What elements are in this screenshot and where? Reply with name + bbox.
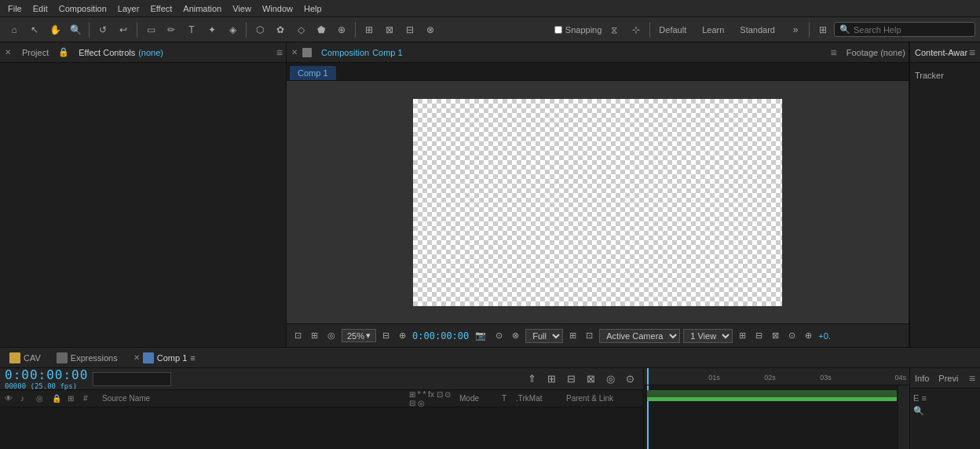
brush-tool-button[interactable]: ✿ (271, 20, 290, 39)
selection-tool-button[interactable]: ↖ (25, 20, 44, 39)
extract-button[interactable]: ⊞ (543, 371, 560, 388)
rotate-tool-button[interactable]: ↺ (93, 20, 112, 39)
br-panel-menu[interactable]: ≡ (969, 372, 975, 385)
render-queue-button[interactable]: ⊠ (582, 371, 599, 388)
panel-close-project[interactable]: ✕ (3, 48, 13, 57)
align-right-button[interactable]: ⊟ (400, 20, 419, 39)
clone-tool-button[interactable]: ✦ (203, 20, 221, 39)
menu-view[interactable]: View (228, 2, 256, 15)
shape-tool-button[interactable]: ⬡ (250, 20, 269, 39)
pen-tool-button[interactable]: ✏ (162, 20, 181, 39)
br-search-item[interactable]: 🔍 (913, 404, 977, 418)
show-snapshot-button[interactable]: ⊙ (492, 329, 506, 342)
view-options-button[interactable]: ⊞ (566, 329, 580, 342)
comp1-timeline-tab[interactable]: ✕ Comp 1 ≡ (127, 351, 202, 365)
comp-panel-menu[interactable]: ≡ (831, 46, 837, 59)
menu-animation[interactable]: Animation (178, 2, 226, 15)
region-of-interest-button[interactable]: ⊡ (291, 329, 305, 342)
snapshot-button[interactable]: 📷 (472, 329, 489, 342)
t-col: T (502, 394, 513, 403)
quality-select[interactable]: Full (525, 329, 563, 343)
project-tab[interactable]: Project (16, 46, 55, 59)
menu-file[interactable]: File (3, 2, 27, 15)
snapping-options-button[interactable]: ⧖ (605, 20, 623, 39)
cav-tab[interactable]: CAV (3, 351, 47, 365)
transparency-button[interactable]: ⊡ (583, 329, 596, 342)
comp1-tab-menu[interactable]: ≡ (190, 353, 195, 363)
menu-edit[interactable]: Edit (28, 2, 53, 15)
text-tool-button[interactable]: T (182, 20, 201, 39)
snapping-checkbox[interactable] (554, 26, 562, 34)
align-center-button[interactable]: ⊠ (380, 20, 399, 39)
rect-tool-button[interactable]: ▭ (141, 20, 160, 39)
comp-viewport[interactable] (287, 81, 909, 323)
search-input[interactable] (854, 25, 964, 35)
effect-controls-tab[interactable]: Effect Controls (none) (72, 46, 170, 59)
undo-button[interactable]: ↩ (114, 20, 133, 39)
hand-tool-button[interactable]: ✋ (46, 20, 64, 39)
comp-toolbar: ⊡ ⊞ ◎ 25% ▾ ⊟ ⊕ 0:00:00:00 📷 ⊙ ⊗ (287, 323, 909, 347)
footage-tab[interactable]: Footage (none) (847, 48, 905, 57)
guides-button[interactable]: ⊟ (752, 329, 766, 342)
align-left-button[interactable]: ⊞ (360, 20, 378, 39)
comp-panel-close[interactable]: ✕ (290, 48, 299, 57)
color-correction-button[interactable]: ⊗ (509, 329, 522, 342)
renderer-button[interactable]: ⊕ (802, 329, 815, 342)
ruler-marks-row: 01s 02s 03s 04s (644, 374, 909, 383)
camera-select[interactable]: Active Camera (599, 329, 680, 343)
menu-window[interactable]: Window (258, 2, 298, 15)
3d-draft-button[interactable]: ⊙ (785, 329, 799, 342)
zoom-tool-button[interactable]: 🔍 (66, 20, 85, 39)
grid-button[interactable]: ⊞ (736, 329, 749, 342)
timeline-tracks (644, 385, 909, 449)
roto-tool-button[interactable]: ⬟ (312, 20, 331, 39)
menu-help[interactable]: Help (299, 2, 327, 15)
right-panel-menu[interactable]: ≡ (969, 46, 975, 59)
eraser-tool-button[interactable]: ◇ (291, 20, 310, 39)
safe-margins-button[interactable]: ⊠ (769, 329, 782, 342)
tracker-item[interactable]: Tracker (915, 68, 975, 83)
timeline-timecode[interactable]: 0:00:00:00 (5, 368, 88, 382)
fast-preview-button[interactable]: ◎ (324, 329, 338, 342)
comp1-subtab[interactable]: Comp 1 (290, 66, 336, 80)
timeline-buttons: ⇑ ⊞ ⊟ ⊠ ◎ ⊙ (523, 371, 638, 388)
workspace-more-button[interactable]: » (786, 20, 805, 39)
workspace-learn-button[interactable]: Learn (697, 24, 729, 36)
zoom-selector[interactable]: 25% ▾ (342, 329, 376, 342)
expressions-tab[interactable]: Expressions (50, 351, 124, 365)
comp1-tab-close[interactable]: ✕ (133, 353, 140, 362)
content-aware-tab[interactable]: Content-Awar (915, 48, 967, 57)
workspace-default-button[interactable]: Default (654, 24, 691, 36)
lift-button[interactable]: ⇑ (523, 371, 540, 388)
timeline-scrollbar[interactable] (898, 385, 909, 449)
reset-view-button[interactable]: ⊟ (379, 329, 393, 342)
timeline-search-input[interactable] (93, 372, 171, 386)
live-update-button[interactable]: ⊙ (621, 371, 638, 388)
menu-layer[interactable]: Layer (113, 2, 144, 15)
exposure-value: +0. (818, 331, 831, 341)
comp-tab[interactable]: Composition Comp 1 (315, 46, 409, 59)
draft-3d-button[interactable]: ◎ (602, 371, 619, 388)
motion-sketch-button[interactable]: ⊹ (627, 20, 645, 39)
menu-effect[interactable]: Effect (145, 2, 177, 15)
left-panel-menu[interactable]: ≡ (276, 46, 283, 59)
workspace-toggle-button[interactable]: ⊞ (814, 20, 832, 39)
preview-tab[interactable]: Previ (938, 374, 958, 383)
trkmat-col: .TrkMat (516, 394, 563, 403)
always-preview-button[interactable]: ⊕ (396, 329, 409, 342)
workspace-standard-button[interactable]: Standard (735, 24, 780, 36)
br-e-item[interactable]: E ≡ (913, 392, 977, 404)
camera-tool-button[interactable]: ⊕ (332, 20, 351, 39)
info-tab[interactable]: Info (915, 374, 929, 383)
home-button[interactable]: ⌂ (5, 20, 24, 39)
transparency-grid-button[interactable]: ⊞ (308, 329, 321, 342)
menu-composition[interactable]: Composition (54, 2, 112, 15)
view-select[interactable]: 1 View (683, 329, 733, 343)
ruler-02s: 02s (742, 374, 798, 381)
expressions-tab-label: Expressions (71, 353, 118, 363)
pin-button[interactable]: ⊗ (421, 20, 440, 39)
composition-mini-button[interactable]: ⊟ (562, 371, 580, 388)
track-bar (647, 390, 897, 401)
lock-icon: 🔒 (58, 47, 69, 57)
puppet-tool-button[interactable]: ◈ (223, 20, 242, 39)
